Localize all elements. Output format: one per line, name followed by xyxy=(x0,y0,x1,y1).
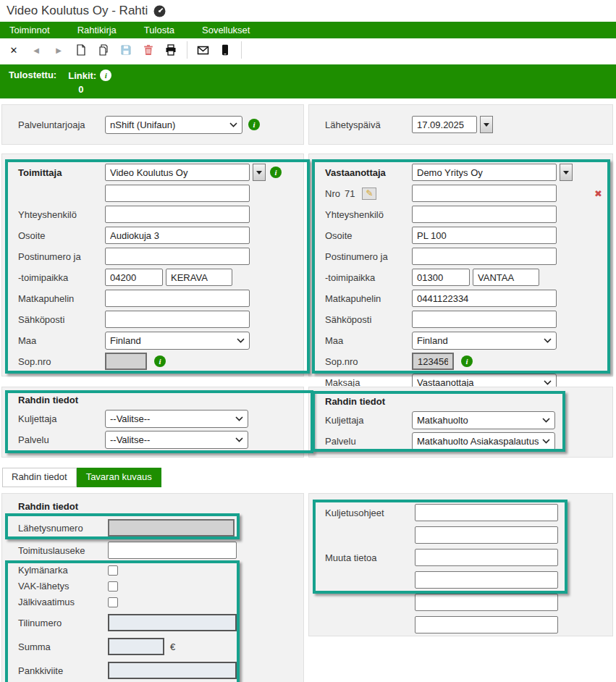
receiver-contact-input[interactable] xyxy=(412,206,557,223)
copy-icon[interactable] xyxy=(97,43,110,56)
menu-bar: Toiminnot Rahtikirja Tulosta Sovellukset xyxy=(0,22,616,38)
window-title: Video Koulutus Oy - Rahti xyxy=(7,4,148,18)
next-icon[interactable] xyxy=(52,43,65,56)
ship-date-panel: Lähetyspäivä xyxy=(308,104,613,145)
other-info-input-4[interactable] xyxy=(415,616,558,633)
sender-address-label: Osoite xyxy=(18,230,105,241)
links-info-icon[interactable] xyxy=(100,70,111,81)
receiver-email-label: Sähköposti xyxy=(325,314,412,325)
sender-contract-label: Sop.nro xyxy=(18,356,105,367)
provider-select[interactable]: nShift (Unifaun) xyxy=(105,116,242,134)
cold-sensitive-checkbox[interactable] xyxy=(108,565,118,576)
cod-checkbox[interactable] xyxy=(108,597,118,607)
other-info-label: Muuta tietoa xyxy=(325,552,415,563)
carrier-left-select[interactable]: --Valitse-- xyxy=(105,410,248,428)
receiver-mobile-input[interactable] xyxy=(412,290,557,307)
carrier-right-select[interactable]: Matkahuolto xyxy=(412,411,555,429)
dangerous-goods-label: VAK-lähetys xyxy=(18,581,108,592)
sender-contact-input[interactable] xyxy=(105,206,250,223)
receiver-nro-input[interactable] xyxy=(412,185,557,202)
sender-panel: Toimittaja Yhteyshenkilö Osoite Postinum… xyxy=(1,153,304,376)
other-info-input-2[interactable] xyxy=(415,571,558,589)
gauge-icon[interactable] xyxy=(153,5,166,17)
sender-name2-input[interactable] xyxy=(105,185,250,202)
receiver-mobile-label: Matkapuhelin xyxy=(325,293,412,304)
sender-contract-info-icon[interactable] xyxy=(154,355,166,367)
remove-receiver-icon[interactable] xyxy=(594,188,602,199)
print-icon[interactable] xyxy=(164,43,177,56)
cod-label: Jälkivaatimus xyxy=(18,597,108,607)
sender-postal-code-input[interactable] xyxy=(105,269,163,286)
sender-city-input[interactable] xyxy=(166,269,232,286)
edit-pencil-icon[interactable] xyxy=(362,188,376,200)
sender-name-dropdown-button[interactable] xyxy=(253,164,266,181)
new-document-icon[interactable] xyxy=(75,43,88,56)
close-icon[interactable] xyxy=(7,43,20,56)
menu-toiminnot[interactable]: Toiminnot xyxy=(9,25,50,35)
email-icon[interactable] xyxy=(196,43,209,56)
printed-status-label: Tulostettu: xyxy=(9,70,56,98)
tab-rahdin-tiedot[interactable]: Rahdin tiedot xyxy=(2,468,77,487)
menu-rahtikirja[interactable]: Rahtikirja xyxy=(77,25,117,35)
freight-right-heading: Rahdin tiedot xyxy=(325,396,612,407)
receiver-name-input[interactable] xyxy=(412,164,557,181)
freight-carrier-left-panel: Rahdin tiedot Kuljettaja --Valitse-- Pal… xyxy=(1,387,304,458)
receiver-country-label: Maa xyxy=(325,335,412,346)
status-bar: Tulostettu: Linkit: 0 xyxy=(0,64,616,98)
tab-bar: Rahdin tiedot Tavaran kuvaus xyxy=(2,468,616,487)
service-right-select[interactable]: Matkahuolto Asiakaspalautus xyxy=(412,432,555,450)
links-label: Linkit: xyxy=(68,70,96,81)
shipment-number-label: Lähetysnumero xyxy=(18,523,108,534)
receiver-panel: Vastaanottaja Nro 71 Yhteyshenkilö Osoit… xyxy=(308,153,613,376)
service-left-select[interactable]: --Valitse-- xyxy=(105,431,248,449)
sum-label: Summa xyxy=(18,641,108,652)
receiver-city-input[interactable] xyxy=(473,269,539,286)
dangerous-goods-checkbox[interactable] xyxy=(108,581,118,592)
sender-name-input[interactable] xyxy=(105,164,250,181)
cold-sensitive-label: Kylmänarka xyxy=(18,565,108,576)
menu-tulosta[interactable]: Tulosta xyxy=(144,25,174,35)
transport-instructions-input-2[interactable] xyxy=(415,526,558,544)
receiver-email-input[interactable] xyxy=(412,311,557,328)
delete-icon[interactable] xyxy=(142,43,155,56)
save-icon[interactable] xyxy=(119,43,132,56)
ship-date-label: Lähetyspäivä xyxy=(325,119,412,130)
menu-sovellukset[interactable]: Sovellukset xyxy=(202,25,250,35)
sender-address-input[interactable] xyxy=(105,227,250,244)
sender-country-select[interactable]: Finland xyxy=(105,332,250,350)
sender-email-label: Sähköposti xyxy=(18,314,105,325)
freight-details-heading: Rahdin tiedot xyxy=(18,501,303,512)
receiver-country-select[interactable]: Finland xyxy=(412,332,557,350)
receiver-contract-info-icon[interactable] xyxy=(461,355,473,367)
tab-tavaran-kuvaus[interactable]: Tavaran kuvaus xyxy=(77,468,161,487)
receiver-postal-code-input[interactable] xyxy=(412,269,470,286)
receiver-contact-label: Yhteyshenkilö xyxy=(325,209,412,220)
sender-info-icon[interactable] xyxy=(270,167,282,178)
instructions-panel: Kuljetusohjeet Muuta tietoa xyxy=(308,493,613,636)
delivery-terms-input[interactable] xyxy=(108,542,237,559)
provider-info-icon[interactable] xyxy=(248,119,260,130)
sender-mobile-input[interactable] xyxy=(105,290,250,307)
freight-left-heading: Rahdin tiedot xyxy=(18,395,303,405)
receiver-postal-label-line2: -toimipaikka xyxy=(325,272,412,283)
receiver-nro-label: Nro xyxy=(325,188,340,199)
receiver-address2-input[interactable] xyxy=(412,248,557,265)
other-info-input-1[interactable] xyxy=(415,549,558,566)
sender-address2-input[interactable] xyxy=(105,248,250,265)
window-titlebar: Video Koulutus Oy - Rahti xyxy=(0,0,616,22)
bank-reference-input xyxy=(108,662,237,679)
previous-icon[interactable] xyxy=(30,43,43,56)
mobile-icon[interactable] xyxy=(219,43,232,56)
sender-email-input[interactable] xyxy=(105,311,250,328)
sum-input xyxy=(108,638,164,655)
receiver-address-input[interactable] xyxy=(412,227,557,244)
sender-contract-input xyxy=(105,353,147,370)
account-label: Tilinumero xyxy=(18,618,108,628)
receiver-name-dropdown-button[interactable] xyxy=(560,164,573,181)
other-info-input-3[interactable] xyxy=(415,594,558,611)
transport-instructions-input-1[interactable] xyxy=(415,504,558,521)
toolbar-separator xyxy=(187,41,187,59)
sender-mobile-label: Matkapuhelin xyxy=(18,293,105,304)
ship-date-dropdown-button[interactable] xyxy=(480,116,493,133)
ship-date-input[interactable] xyxy=(412,116,477,133)
